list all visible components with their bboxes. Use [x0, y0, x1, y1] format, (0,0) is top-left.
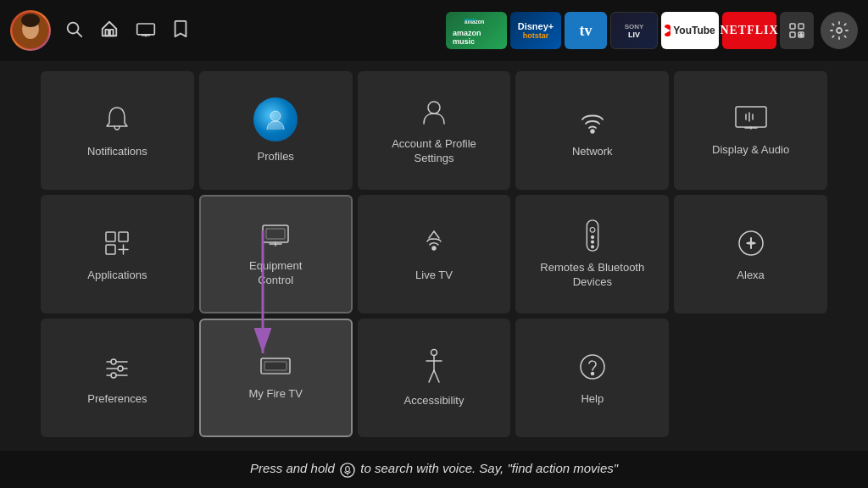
tile-alexa-label: Alexa — [737, 269, 765, 283]
svg-rect-35 — [266, 229, 285, 239]
tile-equipment-label: Equipment Control — [249, 259, 302, 288]
bottom-bar: Press and hold to search with voice. Say… — [0, 451, 868, 488]
svg-point-21 — [428, 102, 440, 114]
bell-icon — [100, 103, 134, 136]
svg-rect-29 — [106, 232, 115, 241]
wifi-icon — [576, 103, 609, 136]
tile-display-audio[interactable]: Display & Audio — [674, 71, 827, 190]
svg-line-39 — [434, 231, 439, 238]
applications-icon — [100, 226, 134, 260]
svg-point-51 — [118, 366, 123, 371]
svg-rect-16 — [790, 32, 795, 37]
help-icon — [576, 350, 609, 384]
tile-notifications[interactable]: Notifications — [41, 71, 194, 190]
tile-equipment-control[interactable]: Equipment Control — [199, 195, 353, 313]
tile-preferences[interactable]: Preferences — [41, 319, 194, 437]
tv-icon[interactable] — [136, 19, 156, 42]
tile-help[interactable]: Help — [515, 319, 669, 437]
tile-network-label: Network — [572, 145, 613, 159]
svg-point-45 — [591, 246, 593, 248]
live-tv-icon — [417, 226, 451, 260]
svg-rect-7 — [105, 29, 108, 35]
tile-live-tv-label: Live TV — [415, 269, 453, 283]
equipment-icon — [258, 220, 293, 251]
tile-network[interactable]: Network — [515, 71, 669, 190]
svg-rect-8 — [110, 29, 114, 35]
more-apps-button[interactable]: + — [780, 12, 814, 49]
tile-my-fire-tv[interactable]: My Fire TV — [199, 319, 353, 437]
hint-pre: Press and hold — [250, 461, 338, 475]
svg-point-56 — [431, 349, 437, 355]
svg-line-59 — [429, 370, 434, 382]
svg-rect-14 — [790, 24, 795, 29]
svg-point-42 — [590, 228, 595, 233]
tile-applications[interactable]: Applications — [41, 195, 194, 313]
tile-preferences-label: Preferences — [87, 392, 147, 407]
user-avatar[interactable] — [10, 10, 51, 51]
preferences-icon — [100, 350, 134, 384]
tile-remotes-label: Remotes & Bluetooth Devices — [540, 261, 644, 290]
svg-line-6 — [77, 32, 81, 36]
svg-rect-9 — [137, 24, 155, 35]
tile-profiles-label: Profiles — [258, 150, 294, 164]
svg-point-52 — [111, 373, 116, 378]
tile-live-tv[interactable]: Live TV — [358, 195, 511, 313]
fire-tv-icon — [258, 355, 293, 379]
svg-point-20 — [270, 111, 281, 121]
top-navigation: amazon music amazon music Disney+ hotsta… — [0, 0, 868, 61]
profiles-avatar-icon — [253, 97, 298, 141]
svg-point-50 — [111, 359, 116, 364]
sonyliv-app[interactable]: SONY LIV — [610, 12, 658, 49]
svg-rect-66 — [346, 466, 350, 471]
tile-notifications-label: Notifications — [87, 145, 147, 159]
tile-profiles[interactable]: Profiles — [199, 71, 353, 190]
svg-rect-23 — [736, 107, 766, 127]
hint-post: to search with voice. Say, "find action … — [357, 461, 618, 475]
svg-line-60 — [434, 370, 439, 382]
settings-main: Notifications Profiles Account & Profile… — [0, 61, 868, 437]
bookmark-icon[interactable] — [173, 19, 188, 42]
svg-rect-54 — [264, 362, 287, 370]
settings-button[interactable] — [821, 12, 858, 49]
tile-accessibility[interactable]: Accessibility — [358, 319, 511, 437]
tile-display-audio-label: Display & Audio — [712, 143, 789, 158]
svg-rect-31 — [106, 245, 115, 254]
youtube-play-icon — [665, 25, 670, 36]
settings-grid: Notifications Profiles Account & Profile… — [41, 71, 827, 437]
mic-circle-icon — [340, 463, 355, 478]
app-shortcuts: amazon music amazon music Disney+ hotsta… — [446, 12, 858, 49]
svg-rect-15 — [798, 24, 804, 29]
remote-icon — [580, 219, 605, 252]
svg-point-4 — [12, 12, 49, 49]
tile-fire-tv-label: My Fire TV — [249, 387, 303, 402]
display-icon — [733, 104, 769, 135]
youtube-app[interactable]: YouTube — [661, 12, 719, 49]
alexa-icon — [734, 226, 768, 260]
svg-line-38 — [429, 231, 434, 238]
svg-point-19 — [837, 28, 842, 33]
amazon-music-app[interactable]: amazon music amazon music — [446, 12, 507, 49]
svg-text:music: music — [465, 18, 476, 22]
netflix-app[interactable]: NETFLIX — [722, 12, 776, 49]
svg-point-22 — [591, 130, 594, 133]
svg-point-62 — [591, 372, 593, 374]
tile-accessibility-label: Accessibility — [404, 394, 465, 408]
svg-rect-30 — [119, 232, 128, 241]
svg-point-43 — [591, 236, 593, 239]
bottom-hint-text: Press and hold to search with voice. Say… — [250, 461, 618, 477]
tile-help-label: Help — [581, 392, 604, 407]
svg-text:+: + — [799, 32, 803, 38]
home-icon[interactable] — [100, 19, 119, 42]
accessibility-icon — [420, 348, 448, 385]
tile-account[interactable]: Account & Profile Settings — [358, 71, 511, 190]
svg-point-40 — [432, 247, 436, 250]
search-icon[interactable] — [64, 19, 83, 42]
tv-app[interactable]: tv — [565, 12, 607, 49]
disney-hotstar-app[interactable]: Disney+ hotstar — [510, 12, 561, 49]
svg-point-44 — [591, 241, 593, 243]
nav-icon-group — [58, 19, 195, 42]
tile-applications-label: Applications — [87, 269, 147, 283]
tile-account-label: Account & Profile Settings — [392, 137, 476, 166]
tile-alexa[interactable]: Alexa — [674, 195, 827, 313]
tile-remotes-bluetooth[interactable]: Remotes & Bluetooth Devices — [515, 195, 669, 313]
